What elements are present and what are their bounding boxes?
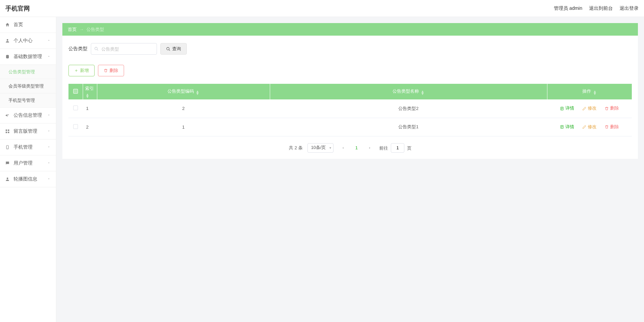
sidebar: 首页 个人中心 基础数据管理 公告类型管理 会员等级类型管理 <box>0 17 56 322</box>
sidebar-subitem-notice-type[interactable]: 公告类型管理 <box>0 65 56 79</box>
svg-rect-3 <box>8 130 9 131</box>
exit-to-front-link[interactable]: 退出到前台 <box>589 5 613 12</box>
sidebar-item-label: 公告信息管理 <box>14 112 47 118</box>
edit-icon <box>582 125 586 129</box>
svg-rect-2 <box>6 130 7 131</box>
chevron-down-icon <box>47 145 51 149</box>
svg-point-8 <box>7 177 8 179</box>
sidebar-item-label: 用户管理 <box>14 160 47 166</box>
svg-point-0 <box>7 39 8 41</box>
row-actions: 详情 修改 删除 <box>547 106 632 111</box>
sidebar-home[interactable]: 首页 <box>0 17 56 33</box>
svg-line-12 <box>169 50 170 51</box>
search-icon <box>166 47 170 51</box>
delete-button[interactable]: 删除 <box>98 65 124 76</box>
cell-name: 公告类型1 <box>270 118 547 136</box>
logo: 手机官网 <box>5 4 30 13</box>
image-icon <box>5 176 10 182</box>
megaphone-icon <box>5 113 10 118</box>
content-panel: 公告类型 查询 <box>62 36 638 159</box>
jump-suffix: 页 <box>407 145 411 150</box>
detail-icon <box>560 125 564 129</box>
jump-page-input[interactable] <box>391 143 404 153</box>
table-header-code[interactable]: 公告类型编码 ▲▼ <box>97 84 270 99</box>
top-header: 手机官网 管理员 admin 退出到前台 退出登录 <box>0 0 644 17</box>
sidebar-item-phone-mgmt[interactable]: 手机管理 <box>0 139 56 155</box>
search-input[interactable] <box>91 43 157 55</box>
row-delete-button[interactable]: 删除 <box>605 106 619 111</box>
table-header-index[interactable]: 索引 ▲▼ <box>83 84 97 99</box>
sort-icon: ▲▼ <box>421 90 424 95</box>
table-header-checkbox <box>68 84 83 99</box>
logout-link[interactable]: 退出登录 <box>620 5 639 12</box>
table-row: 1 2 公告类型2 详情 修改 <box>68 99 632 118</box>
delete-button-label: 删除 <box>109 68 118 74</box>
svg-line-10 <box>97 50 98 51</box>
action-row: 新增 删除 <box>68 65 632 76</box>
chevron-down-icon: ▾ <box>329 146 331 150</box>
pagination: 共 2 条 10条/页 ▾ 1 前往 页 <box>68 143 632 153</box>
page-size-select[interactable]: 10条/页 ▾ <box>307 143 334 153</box>
breadcrumb-home[interactable]: 首页 <box>68 26 77 33</box>
row-edit-button[interactable]: 修改 <box>582 106 597 111</box>
grid-icon <box>5 129 10 134</box>
breadcrumb-current: 公告类型 <box>86 26 104 33</box>
row-detail-button[interactable]: 详情 <box>560 124 574 130</box>
breadcrumb: 首页 → 公告类型 <box>62 23 638 36</box>
table-header-name[interactable]: 公告类型名称 ▲▼ <box>270 84 547 99</box>
sidebar-item-label: 个人中心 <box>14 38 47 44</box>
row-checkbox[interactable] <box>73 106 78 110</box>
cell-code: 2 <box>97 99 270 118</box>
search-input-wrap <box>91 43 157 55</box>
next-page-button[interactable] <box>365 143 375 153</box>
jump-group: 前往 页 <box>379 143 411 153</box>
chevron-up-icon <box>47 55 51 59</box>
row-delete-button[interactable]: 删除 <box>605 124 619 130</box>
cell-code: 1 <box>97 118 270 136</box>
sidebar-item-user-mgmt[interactable]: 用户管理 <box>0 155 56 171</box>
edit-icon <box>582 107 586 111</box>
sidebar-home-label: 首页 <box>14 22 51 28</box>
prev-page-button[interactable] <box>338 143 348 153</box>
sidebar-item-label: 留言版管理 <box>14 128 47 134</box>
table-header-ops[interactable]: 操作 ▲▼ <box>547 84 632 99</box>
chevron-down-icon <box>47 39 51 43</box>
sidebar-item-personal[interactable]: 个人中心 <box>0 33 56 49</box>
home-icon <box>5 22 10 27</box>
detail-icon <box>560 107 564 111</box>
cell-name: 公告类型2 <box>270 99 547 118</box>
database-icon <box>5 54 10 59</box>
add-button[interactable]: 新增 <box>68 65 95 76</box>
search-button[interactable]: 查询 <box>160 43 187 55</box>
row-checkbox[interactable] <box>73 124 78 129</box>
sidebar-item-notice-info[interactable]: 公告信息管理 <box>0 108 56 124</box>
trash-icon <box>605 125 609 129</box>
sidebar-item-carousel[interactable]: 轮播图信息 <box>0 171 56 187</box>
chevron-down-icon <box>47 129 51 133</box>
chevron-down-icon <box>47 177 51 181</box>
cell-index: 1 <box>83 99 97 118</box>
search-icon <box>94 47 99 51</box>
page-number[interactable]: 1 <box>353 145 360 150</box>
breadcrumb-separator: → <box>79 27 84 32</box>
row-actions: 详情 修改 删除 <box>547 124 632 130</box>
data-table: 索引 ▲▼ 公告类型编码 ▲▼ 公告类型名称 ▲▼ 操作 <box>68 84 632 136</box>
search-button-label: 查询 <box>172 46 181 52</box>
trash-icon <box>605 107 609 111</box>
sidebar-subitem-phone-model[interactable]: 手机型号管理 <box>0 93 56 108</box>
admin-label[interactable]: 管理员 admin <box>554 5 582 12</box>
sidebar-item-label: 手机管理 <box>14 144 47 150</box>
row-detail-button[interactable]: 详情 <box>560 106 574 111</box>
svg-point-9 <box>95 47 98 50</box>
main-content: 首页 → 公告类型 公告类型 查询 <box>56 17 644 322</box>
chevron-down-icon <box>47 161 51 165</box>
trash-icon <box>104 69 108 73</box>
row-edit-button[interactable]: 修改 <box>582 124 597 130</box>
sidebar-item-basedata[interactable]: 基础数据管理 <box>0 49 56 65</box>
sidebar-item-message-board[interactable]: 留言版管理 <box>0 124 56 139</box>
svg-rect-5 <box>8 132 9 133</box>
sidebar-subitem-member-level[interactable]: 会员等级类型管理 <box>0 79 56 93</box>
select-all-checkbox[interactable] <box>73 89 78 94</box>
search-label: 公告类型 <box>68 46 87 52</box>
sort-icon: ▲▼ <box>86 93 89 98</box>
